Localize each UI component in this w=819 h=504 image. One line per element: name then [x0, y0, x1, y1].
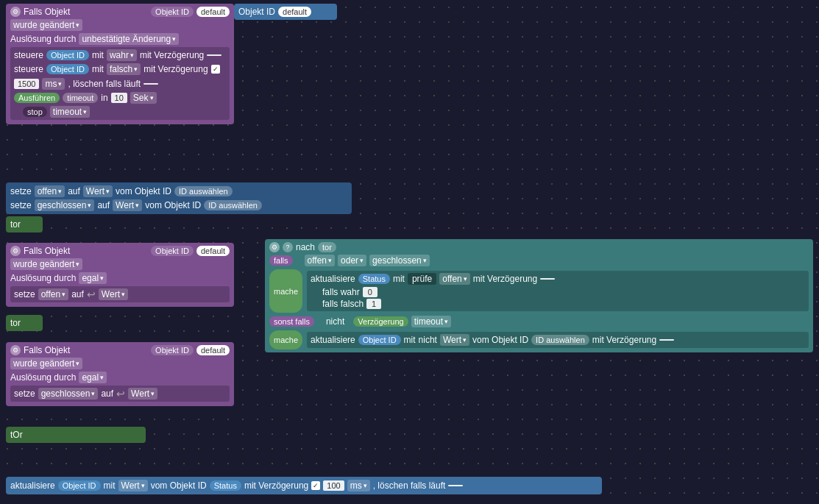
- bottom-ms-dropdown[interactable]: ms: [347, 480, 370, 491]
- block1-delay1: mit Verzögerung: [140, 50, 204, 60]
- block4-header: ⚙ Falls Objekt Objekt ID default: [10, 345, 230, 355]
- block1-auslosung-label: Auslösung durch: [10, 34, 76, 44]
- bottom-bar: aktualisiere Object ID mit Wert vom Obje…: [6, 477, 602, 494]
- bottom-loeschen-box: [448, 485, 463, 486]
- bottom-status-pill: Status: [210, 480, 241, 491]
- block5-aktualisiere2: aktualisiere: [311, 335, 355, 345]
- block5-mache-row: mache aktualisiere Status mit prüfe offe…: [269, 269, 809, 313]
- bottom-checkbox[interactable]: ✓: [311, 481, 320, 490]
- block4-tor: tOr: [6, 427, 146, 443]
- block5-falls-pill: falls: [269, 255, 293, 266]
- block1-object-id-2: Object ID: [46, 64, 89, 74]
- block5-mache2-pill: mache: [269, 330, 302, 349]
- block5-falls-wahr: falls wahr: [322, 287, 360, 297]
- block5-mache-pill: mache: [269, 269, 302, 313]
- block1-inner: steuere Object ID mit wahr mit Verzögeru…: [10, 47, 230, 120]
- block2-vom2: vom Objekt ID: [145, 200, 201, 210]
- block1-wahr-dropdown[interactable]: wahr: [107, 49, 137, 61]
- block3-setze: setze: [14, 289, 35, 299]
- block5-mache-inner: aktualisiere Status mit prüfe offen mit …: [307, 271, 809, 311]
- block5-nach-tor: ⚙ ? nach tor falls offen oder geschlosse…: [265, 239, 813, 352]
- block5-falsch-val[interactable]: 1: [366, 299, 381, 309]
- block5-timeout-dropdown[interactable]: timeout: [411, 316, 451, 327]
- gear-icon-5[interactable]: ⚙: [269, 242, 280, 252]
- block4-geschlossen-dropdown[interactable]: geschlossen: [38, 388, 99, 400]
- block1-falsch-dropdown[interactable]: falsch: [107, 63, 141, 75]
- block1-delay-box1: [207, 54, 221, 56]
- block5-wert2-dropdown[interactable]: Wert: [440, 334, 469, 346]
- block1-mit1: mit: [92, 50, 104, 60]
- block3-header: ⚙ Falls Objekt Objekt ID default: [10, 246, 230, 256]
- block1-ausfuehren: Ausführen: [14, 93, 60, 103]
- block3-trigger2-dropdown[interactable]: egal: [79, 272, 107, 284]
- block1-sek-dropdown[interactable]: Sek: [130, 92, 157, 104]
- block5-nicht2: nicht: [419, 335, 437, 345]
- block4-trigger1-dropdown[interactable]: wurde geändert: [10, 358, 82, 369]
- gear-icon-1[interactable]: ⚙: [10, 7, 21, 17]
- block4-auf: auf: [101, 388, 113, 399]
- bottom-wert-dropdown[interactable]: Wert: [118, 480, 148, 491]
- block2-wert2-dropdown[interactable]: Wert: [113, 199, 142, 211]
- block1-ms-dropdown[interactable]: ms: [42, 78, 65, 90]
- block5-geschlossen-dropdown[interactable]: geschlossen: [369, 255, 430, 266]
- block2-auf1: auf: [68, 186, 80, 196]
- block2-offen-dropdown[interactable]: offen: [35, 185, 65, 197]
- block4-inner: setze geschlossen auf ↩ Wert: [10, 386, 230, 402]
- block1-objekt-id-value[interactable]: default: [196, 7, 230, 17]
- block1-timeout-label: timeout: [63, 93, 98, 103]
- gear-icon-3[interactable]: ⚙: [10, 246, 21, 256]
- block3-inner: setze offen auf ↩ Wert: [10, 286, 230, 302]
- block2-wert-dropdown[interactable]: Wert: [83, 185, 113, 197]
- block1b-label: Objekt ID: [238, 7, 275, 17]
- block3-objekt-id-label: Objekt ID: [151, 246, 194, 256]
- block3-auslosung-label: Auslösung durch: [10, 273, 76, 283]
- block5-mache2-row: mache aktualisiere Object ID mit nicht W…: [269, 330, 809, 349]
- block5-offen2-dropdown[interactable]: offen: [439, 273, 469, 285]
- block3-wert-dropdown[interactable]: Wert: [99, 288, 128, 300]
- block2-geschlossen-dropdown[interactable]: geschlossen: [35, 199, 95, 211]
- block5-oder-dropdown[interactable]: oder: [338, 255, 366, 266]
- block1-objekt-id-label: Objekt ID: [151, 7, 194, 17]
- block5-sonst-falls-pill: sonst falls: [269, 316, 314, 327]
- block1b-value[interactable]: default: [278, 7, 311, 17]
- block4-setze: setze: [14, 388, 35, 399]
- block1-ms-val[interactable]: 1500: [14, 79, 39, 89]
- block2-id1[interactable]: ID auswählen: [174, 186, 233, 196]
- bottom-aktualisiere: aktualisiere: [10, 480, 55, 491]
- block2-id2[interactable]: ID auswählen: [204, 200, 262, 210]
- block3-offen-dropdown[interactable]: offen: [38, 288, 68, 300]
- bottom-vom: vom Objekt ID: [151, 480, 207, 491]
- block5-nach-val[interactable]: tor: [318, 242, 336, 252]
- block1-checkbox[interactable]: ✓: [211, 65, 220, 74]
- block4-tor-label: tOr: [10, 430, 23, 440]
- block3-title: Falls Objekt: [24, 246, 70, 256]
- block1-trigger2-dropdown[interactable]: unbestätigte Änderung: [79, 33, 179, 45]
- block3-trigger1-dropdown[interactable]: wurde geändert: [10, 258, 82, 270]
- block5-verz2-box: [659, 339, 674, 341]
- block2-tor-label: tor: [10, 219, 21, 230]
- block5-id-auswaehlen[interactable]: ID auswählen: [531, 335, 589, 345]
- block1-trigger1-dropdown[interactable]: wurde geändert: [10, 19, 82, 31]
- block3-falls-objekt: ⚙ Falls Objekt Objekt ID default wurde g…: [6, 243, 234, 307]
- block4-title: Falls Objekt: [24, 345, 70, 355]
- block4-objekt-id-value[interactable]: default: [196, 345, 230, 355]
- block3-objekt-id-value[interactable]: default: [196, 246, 230, 256]
- bottom-mit-verz: mit Verzögerung: [244, 480, 308, 491]
- block4-trigger2-dropdown[interactable]: egal: [79, 372, 107, 383]
- block5-verz-label: Verzögerung: [353, 316, 408, 327]
- block1-mit2: mit: [92, 64, 104, 74]
- gear-icon-4[interactable]: ⚙: [10, 345, 21, 355]
- block2-setze2: setze: [10, 200, 32, 210]
- block5-wahr-val[interactable]: 0: [363, 287, 377, 297]
- block5-offen-dropdown[interactable]: offen: [305, 255, 335, 266]
- block3-auf: auf: [71, 289, 84, 299]
- block1-timeout2-dropdown[interactable]: timeout: [50, 106, 90, 118]
- block1-sek-val[interactable]: 10: [111, 93, 127, 103]
- block5-verz-box: [540, 278, 555, 280]
- block1-extra: , löschen falls läuft: [68, 79, 141, 89]
- block4-wert-dropdown[interactable]: Wert: [128, 388, 157, 400]
- block1-in: in: [101, 93, 107, 103]
- block5-falls-falsch: falls falsch: [322, 299, 364, 309]
- block2-setze: setze offen auf Wert vom Objekt ID ID au…: [6, 182, 352, 214]
- bottom-ms-val[interactable]: 100: [323, 480, 344, 491]
